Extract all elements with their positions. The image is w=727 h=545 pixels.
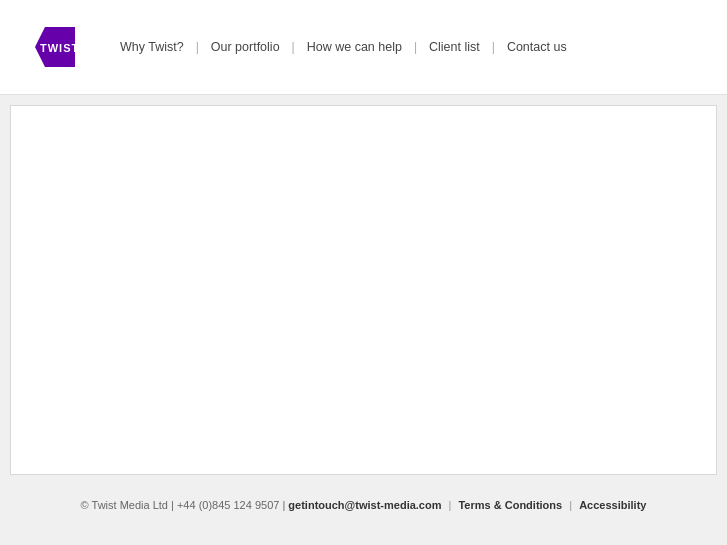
svg-text:TWIST: TWIST [40,42,79,54]
nav-separator-3: | [412,40,419,54]
nav-item-client-list[interactable]: Client list [419,40,490,54]
footer-accessibility-link[interactable]: Accessibility [579,499,646,511]
main-content-area [10,105,717,475]
footer-sep-1: | [449,499,452,511]
nav-separator-2: | [290,40,297,54]
main-nav: Why Twist? | Our portfolio | How we can … [110,40,577,54]
footer-copyright: © Twist Media Ltd | +44 (0)845 124 9507 … [81,499,286,511]
nav-item-why-twist[interactable]: Why Twist? [110,40,194,54]
footer-email-link[interactable]: getintouch@twist-media.com [288,499,441,511]
site-header: TWIST Why Twist? | Our portfolio | How w… [0,0,727,95]
nav-separator-1: | [194,40,201,54]
nav-item-contact-us[interactable]: Contact us [497,40,577,54]
nav-item-our-portfolio[interactable]: Our portfolio [201,40,290,54]
logo-area[interactable]: TWIST [20,22,80,72]
footer-sep-2: | [569,499,572,511]
nav-separator-4: | [490,40,497,54]
site-footer: © Twist Media Ltd | +44 (0)845 124 9507 … [0,485,727,525]
nav-item-how-we-can-help[interactable]: How we can help [297,40,412,54]
footer-terms-link[interactable]: Terms & Conditions [458,499,562,511]
logo[interactable]: TWIST [20,22,80,72]
